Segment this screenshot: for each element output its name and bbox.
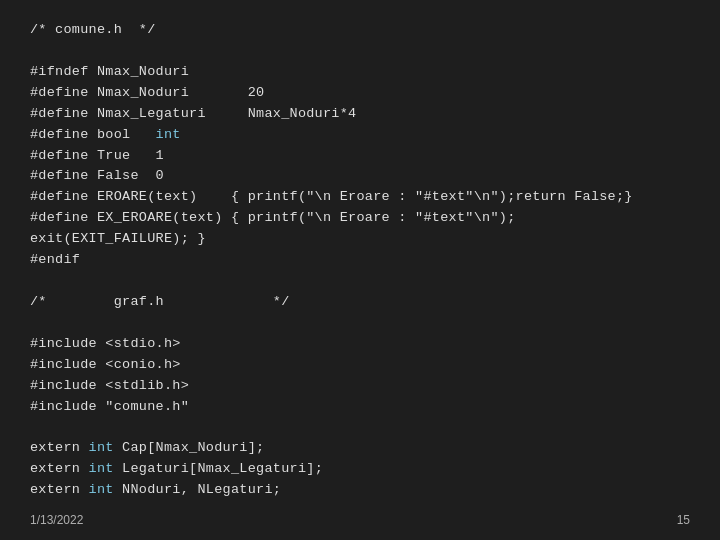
- comment-1: /* comune.h */: [30, 22, 156, 37]
- footer: 1/13/2022 15: [30, 509, 690, 527]
- code-content: /* comune.h */ #ifndef Nmax_Noduri #defi…: [30, 20, 690, 501]
- keyword-int-1: int: [156, 127, 181, 142]
- footer-page-number: 15: [677, 513, 690, 527]
- comment-2: /* graf.h */: [30, 294, 290, 309]
- keyword-int-4: int: [89, 482, 114, 497]
- slide-container: /* comune.h */ #ifndef Nmax_Noduri #defi…: [0, 0, 720, 540]
- code-block-includes: #include <stdio.h> #include <conio.h> #i…: [30, 336, 323, 497]
- code-line-ifndef: #ifndef Nmax_Noduri #define Nmax_Noduri …: [30, 64, 633, 267]
- keyword-int-3: int: [89, 461, 114, 476]
- footer-date: 1/13/2022: [30, 513, 83, 527]
- keyword-int-2: int: [89, 440, 114, 455]
